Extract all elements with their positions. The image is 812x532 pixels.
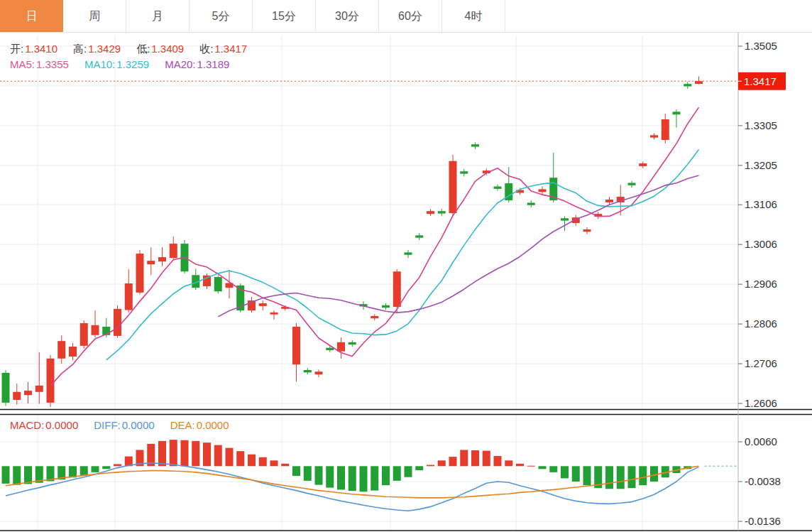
macd-bar [214, 445, 222, 467]
macd-bar [203, 443, 211, 466]
candle[interactable] [125, 269, 133, 313]
macd-bar [192, 441, 199, 466]
tab-4hour[interactable]: 4时 [442, 0, 505, 32]
tab-30min[interactable]: 30分 [316, 0, 379, 32]
candle[interactable] [47, 355, 55, 407]
candle[interactable] [527, 200, 535, 207]
candle[interactable] [147, 247, 155, 275]
candle[interactable] [2, 370, 10, 406]
macd-histogram[interactable] [2, 440, 692, 492]
candle[interactable] [684, 82, 691, 89]
candle[interactable] [270, 310, 278, 320]
legend-low-value: 1.3409 [151, 43, 184, 55]
candle[interactable] [393, 269, 401, 313]
candle[interactable] [650, 134, 658, 140]
candle[interactable] [114, 305, 121, 338]
price-tick-label: 1.3505 [745, 40, 777, 52]
candle[interactable] [449, 155, 457, 216]
macd-bar [628, 466, 636, 488]
candle[interactable] [337, 337, 345, 359]
candle[interactable] [248, 297, 256, 313]
candle[interactable] [13, 384, 21, 405]
candle[interactable] [405, 250, 412, 258]
candle[interactable] [460, 169, 468, 177]
legend-open-value: 1.3410 [25, 43, 57, 55]
legend-diff-value: 0.0000 [122, 419, 155, 431]
legend-item-diff: DIFF:0.0000 [94, 419, 154, 431]
macd-bar [539, 466, 547, 469]
macd-bar [13, 466, 21, 484]
candle[interactable] [315, 369, 323, 377]
macd-bar [460, 450, 468, 466]
price-tick-label: 1.3305 [745, 119, 777, 131]
legend-item-ma20: MA20:1.3189 [165, 58, 229, 70]
candle[interactable] [57, 335, 65, 364]
candle[interactable] [549, 153, 557, 202]
macd-tick-label: -0.0136 [745, 515, 781, 527]
candle[interactable] [415, 233, 423, 240]
legend-ma20-label: MA20: [165, 58, 195, 70]
candle[interactable] [673, 109, 681, 128]
legend-dea-value: 0.0000 [197, 419, 229, 431]
legend-item-ma5: MA5:1.3355 [10, 58, 69, 70]
candle[interactable] [628, 181, 636, 188]
macd-bar [549, 466, 557, 472]
macd-bar [326, 466, 334, 487]
candle[interactable] [662, 114, 669, 143]
macd-bar [226, 448, 234, 467]
macd-bar [181, 440, 189, 467]
macd-bar [102, 466, 110, 469]
price-tick-label: 1.3006 [745, 238, 777, 250]
candle[interactable] [471, 142, 479, 149]
macd-bar [471, 450, 479, 466]
kline-and-macd-chart[interactable]: 1.35051.34051.33051.32051.31061.30061.29… [0, 0, 812, 532]
interval-tabbar: 日周月5分15分30分60分4时 [0, 0, 812, 33]
candle[interactable] [136, 250, 144, 295]
tab-month[interactable]: 月 [126, 0, 190, 32]
legend-ma5-value: 1.3355 [36, 58, 69, 70]
legend-dea-label: DEA: [170, 419, 195, 431]
tab-week[interactable]: 周 [63, 0, 126, 32]
tab-15min[interactable]: 15分 [253, 0, 316, 32]
candle[interactable] [583, 227, 591, 234]
kline-chart-widget: { "tabs": { "items": [ {"label": "日", "n… [0, 0, 812, 532]
panel-borders [0, 33, 812, 531]
candle[interactable] [158, 247, 166, 266]
current-price-value: 1.3417 [744, 75, 777, 87]
candle[interactable] [24, 382, 32, 403]
candle[interactable] [695, 77, 703, 85]
legend-macd-value: 0.0000 [45, 419, 78, 431]
candle[interactable] [349, 340, 356, 347]
candle[interactable] [69, 343, 77, 360]
candle[interactable] [292, 323, 300, 381]
candle[interactable] [259, 300, 267, 310]
macd-bar [494, 456, 502, 466]
candle[interactable] [427, 209, 434, 216]
macd-bar [650, 466, 658, 482]
candle[interactable] [170, 237, 177, 259]
candle[interactable] [80, 320, 88, 349]
legend-item-close: 收:1.3417 [199, 43, 247, 55]
legend-item-ma10: MA10:1.3259 [84, 58, 149, 70]
candle[interactable] [438, 209, 446, 217]
legend-ma5-label: MA5: [10, 58, 35, 70]
tab-5min[interactable]: 5分 [190, 0, 253, 32]
candle[interactable] [639, 161, 647, 168]
macd-bar [617, 466, 625, 489]
macd-bar [69, 466, 77, 477]
candle[interactable] [371, 314, 378, 320]
candle[interactable] [203, 273, 211, 289]
macd-bar [360, 466, 368, 492]
candle[interactable] [382, 303, 390, 310]
candle[interactable] [192, 268, 199, 290]
legend-ma20-value: 1.3189 [197, 58, 230, 70]
macd-bar [415, 466, 423, 470]
legend-item-dea: DEA:0.0000 [170, 419, 229, 431]
candle[interactable] [214, 275, 222, 293]
tab-day[interactable]: 日 [0, 0, 63, 32]
candle[interactable] [494, 185, 502, 191]
macd-bar [259, 457, 267, 467]
candle[interactable] [304, 368, 312, 374]
candle[interactable] [35, 352, 43, 404]
tab-60min[interactable]: 60分 [379, 0, 442, 32]
